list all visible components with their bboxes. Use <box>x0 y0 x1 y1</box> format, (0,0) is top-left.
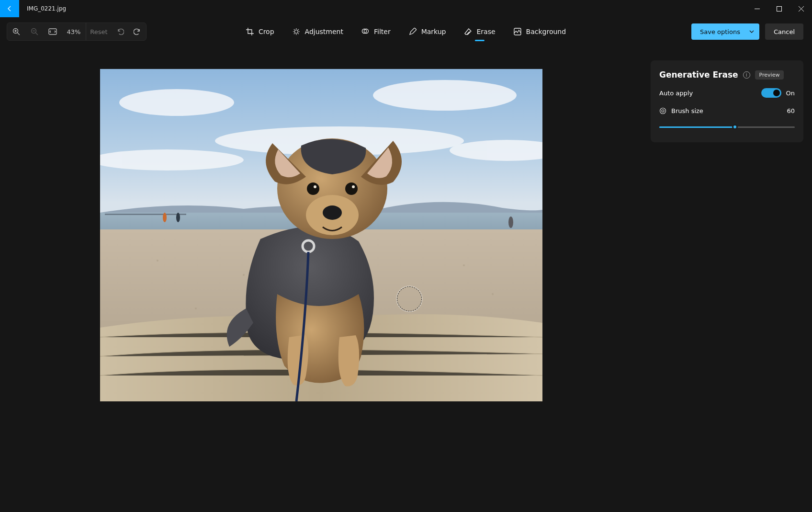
action-buttons: Save options Cancel <box>691 23 803 40</box>
zoom-out-button[interactable] <box>25 23 44 40</box>
tab-label: Adjustment <box>305 28 343 35</box>
filter-icon <box>361 28 369 35</box>
window-minimize[interactable] <box>746 0 768 17</box>
zoom-out-icon <box>31 28 38 35</box>
brush-size-icon <box>659 107 666 114</box>
tab-erase[interactable]: Erase <box>464 25 495 38</box>
minimize-icon <box>755 6 760 11</box>
tab-markup[interactable]: Markup <box>409 25 446 38</box>
undo-icon <box>116 28 124 35</box>
svg-point-4 <box>294 30 298 34</box>
slider-thumb[interactable] <box>732 124 738 130</box>
svg-point-9 <box>119 89 234 116</box>
panel-title: Generative Erase <box>659 70 738 80</box>
back-button[interactable] <box>0 0 19 17</box>
button-label: Cancel <box>774 28 795 35</box>
zoom-in-icon <box>12 28 20 35</box>
tab-filter[interactable]: Filter <box>361 25 391 38</box>
image-canvas[interactable] <box>100 69 542 401</box>
save-options-button[interactable]: Save options <box>691 23 759 40</box>
auto-apply-state: On <box>786 90 795 97</box>
side-panel: Generative Erase i Preview Auto apply On… <box>642 46 812 512</box>
svg-point-18 <box>508 216 513 228</box>
workspace: Generative Erase i Preview Auto apply On… <box>0 46 812 512</box>
maximize-icon <box>777 6 782 11</box>
redo-icon <box>134 28 141 35</box>
svg-point-28 <box>323 205 342 220</box>
close-icon <box>799 6 804 11</box>
zoom-group: 43% Reset <box>7 23 147 41</box>
auto-apply-label: Auto apply <box>659 90 693 97</box>
canvas-area <box>0 46 642 512</box>
tab-label: Background <box>526 28 566 35</box>
svg-point-22 <box>463 264 465 266</box>
fit-icon <box>48 28 57 35</box>
redo-button[interactable] <box>129 23 146 40</box>
undo-button[interactable] <box>112 23 129 40</box>
svg-point-30 <box>345 182 358 195</box>
erase-panel: Generative Erase i Preview Auto apply On… <box>651 60 803 142</box>
tab-background[interactable]: Background <box>514 25 566 38</box>
svg-point-31 <box>314 185 316 188</box>
tab-label: Filter <box>374 28 391 35</box>
title-bar: IMG_0221.jpg <box>0 0 812 17</box>
toggle-knob <box>773 90 780 96</box>
adjustment-icon <box>293 28 300 35</box>
slider-fill <box>659 126 735 128</box>
erase-icon <box>464 28 472 35</box>
crop-icon <box>246 28 254 35</box>
reset-button[interactable]: Reset <box>86 23 112 40</box>
tool-tabs: Crop Adjustment Filter Markup Erase Back… <box>246 25 566 38</box>
tab-label: Erase <box>476 28 495 35</box>
photo-content <box>100 69 542 401</box>
cancel-button[interactable]: Cancel <box>765 23 803 40</box>
brush-size-value: 60 <box>787 107 795 114</box>
zoom-fit-button[interactable] <box>44 23 62 40</box>
button-label: Save options <box>700 28 740 35</box>
tab-label: Crop <box>259 28 274 35</box>
tab-crop[interactable]: Crop <box>246 25 274 38</box>
window-close[interactable] <box>790 0 812 17</box>
zoom-percent: 43% <box>62 23 86 40</box>
zoom-in-button[interactable] <box>7 23 25 40</box>
background-icon <box>514 28 521 35</box>
info-icon[interactable]: i <box>743 71 750 79</box>
markup-icon <box>409 28 417 35</box>
svg-point-34 <box>660 108 666 114</box>
svg-rect-15 <box>105 214 186 215</box>
svg-point-32 <box>352 185 355 188</box>
brush-size-label: Brush size <box>671 107 703 114</box>
window-filename: IMG_0221.jpg <box>19 0 66 17</box>
svg-point-25 <box>195 307 197 309</box>
preview-badge: Preview <box>755 70 784 80</box>
svg-rect-0 <box>777 6 781 11</box>
tool-row: 43% Reset Crop Adjustment Filter Markup … <box>0 17 812 46</box>
svg-point-35 <box>662 110 664 112</box>
auto-apply-toggle[interactable] <box>761 88 781 98</box>
svg-point-21 <box>243 274 245 276</box>
arrow-left-icon <box>6 5 13 12</box>
svg-point-17 <box>176 213 180 222</box>
chevron-down-icon <box>749 29 755 34</box>
tab-adjustment[interactable]: Adjustment <box>293 25 343 38</box>
svg-point-29 <box>307 182 319 195</box>
svg-point-24 <box>492 293 494 295</box>
svg-point-16 <box>163 213 167 222</box>
window-maximize[interactable] <box>768 0 790 17</box>
brush-size-slider[interactable] <box>659 123 795 131</box>
tab-label: Markup <box>421 28 446 35</box>
svg-point-20 <box>157 260 158 262</box>
svg-point-10 <box>373 80 517 111</box>
